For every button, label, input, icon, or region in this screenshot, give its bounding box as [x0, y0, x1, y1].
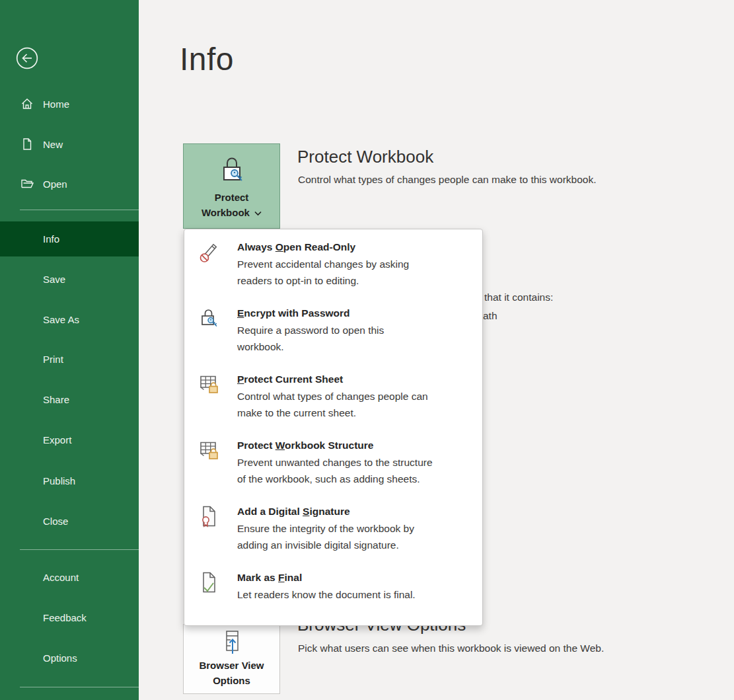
menu-item-title: Add a Digital Signature — [237, 503, 414, 520]
sidebar-item-label: Publish — [43, 475, 75, 486]
sidebar-item-open[interactable]: Open — [0, 167, 139, 201]
protect-button-label-line1: Protect — [202, 190, 262, 205]
open-folder-icon — [20, 177, 34, 190]
sidebar-item-label: Print — [43, 354, 63, 365]
protect-workbook-dropdown-menu: Always Open Read-Only Prevent accidental… — [184, 229, 483, 626]
sidebar-item-label: Account — [43, 572, 79, 583]
menu-item-add-digital-signature[interactable]: Add a Digital Signature Ensure the integ… — [184, 502, 482, 568]
sidebar-item-label: Home — [43, 98, 69, 110]
sidebar-item-label: Close — [43, 516, 68, 527]
new-document-icon — [20, 137, 34, 151]
protect-workbook-button[interactable]: Protect Workbook — [183, 143, 280, 229]
sidebar-item-close[interactable]: Close — [0, 504, 139, 538]
menu-item-encrypt-with-password[interactable]: Encrypt with Password Require a password… — [184, 303, 482, 369]
lock-key-icon — [218, 155, 246, 185]
menu-item-description: Require a password to open this workbook… — [237, 322, 384, 355]
sidebar-item-save[interactable]: Save — [0, 262, 139, 296]
sidebar-item-new[interactable]: New — [0, 127, 139, 161]
sidebar-item-info[interactable]: Info — [0, 221, 139, 256]
protect-workbook-description: Control what types of changes people can… — [298, 174, 596, 186]
menu-item-protect-current-sheet[interactable]: Protect Current Sheet Control what types… — [184, 369, 482, 436]
sidebar-item-account[interactable]: Account — [0, 560, 139, 594]
sheet-lock-icon — [198, 372, 221, 396]
protect-button-label-line2: Workbook — [202, 207, 250, 218]
sidebar-divider — [20, 687, 139, 687]
menu-item-description: Ensure the integrity of the workbook by … — [237, 520, 414, 553]
backstage-sidebar: Home New Open Info Save Save As Print Sh… — [0, 0, 139, 700]
browser-button-label-line1: Browser View — [199, 658, 264, 673]
browser-button-label-line2: Options — [199, 673, 264, 688]
sidebar-item-label: Open — [43, 178, 67, 190]
sidebar-item-label: New — [43, 139, 63, 150]
inspect-workbook-text-fragment: that it contains: — [484, 292, 553, 303]
browser-view-icon — [219, 630, 244, 655]
digital-signature-icon — [198, 504, 221, 528]
read-only-icon — [198, 240, 221, 264]
sidebar-item-label: Feedback — [43, 612, 87, 623]
menu-item-title: Encrypt with Password — [237, 305, 384, 322]
sidebar-item-print[interactable]: Print — [0, 342, 139, 376]
back-button[interactable] — [16, 47, 38, 69]
sidebar-item-export[interactable]: Export — [0, 422, 139, 457]
sidebar-divider — [20, 210, 139, 210]
menu-item-description: Prevent unwanted changes to the structur… — [237, 454, 433, 487]
encrypt-password-icon — [198, 306, 221, 330]
sidebar-item-publish[interactable]: Publish — [0, 463, 139, 498]
browser-view-options-button[interactable]: Browser View Options — [183, 624, 280, 694]
sidebar-item-share[interactable]: Share — [0, 382, 139, 416]
menu-item-protect-workbook-structure[interactable]: Protect Workbook Structure Prevent unwan… — [184, 436, 482, 502]
menu-item-description: Control what types of changes people can… — [237, 388, 428, 421]
menu-item-always-open-read-only[interactable]: Always Open Read-Only Prevent accidental… — [184, 237, 482, 303]
sidebar-item-label: Share — [43, 394, 69, 405]
menu-item-title: Protect Current Sheet — [237, 371, 428, 388]
menu-item-title: Always Open Read-Only — [237, 239, 409, 256]
sidebar-item-label: Save — [43, 274, 65, 285]
menu-item-title: Protect Workbook Structure — [237, 437, 433, 454]
sidebar-item-home[interactable]: Home — [0, 87, 139, 121]
mark-final-icon — [198, 570, 221, 594]
sidebar-item-label: Info — [43, 233, 59, 245]
menu-item-title: Mark as Final — [237, 569, 416, 586]
home-icon — [20, 97, 34, 110]
workbook-structure-lock-icon — [198, 438, 221, 462]
sidebar-item-save-as[interactable]: Save As — [0, 302, 139, 336]
menu-item-description: Prevent accidental changes by asking rea… — [237, 256, 409, 289]
sidebar-divider — [20, 549, 139, 550]
menu-item-mark-as-final[interactable]: Mark as Final Let readers know the docum… — [184, 568, 482, 624]
chevron-down-icon — [254, 211, 262, 216]
sidebar-item-label: Save As — [43, 314, 79, 325]
document-path-text-fragment: ath — [483, 310, 497, 322]
sidebar-item-options[interactable]: Options — [0, 641, 139, 675]
sidebar-item-label: Export — [43, 434, 71, 446]
back-arrow-icon — [16, 47, 38, 69]
protect-workbook-heading: Protect Workbook — [297, 147, 433, 167]
sidebar-item-label: Options — [43, 652, 77, 664]
sidebar-item-feedback[interactable]: Feedback — [0, 600, 139, 635]
menu-item-description: Let readers know the document is final. — [237, 586, 416, 603]
page-title: Info — [180, 41, 234, 77]
browser-view-options-description: Pick what users can see when this workbo… — [298, 642, 604, 654]
